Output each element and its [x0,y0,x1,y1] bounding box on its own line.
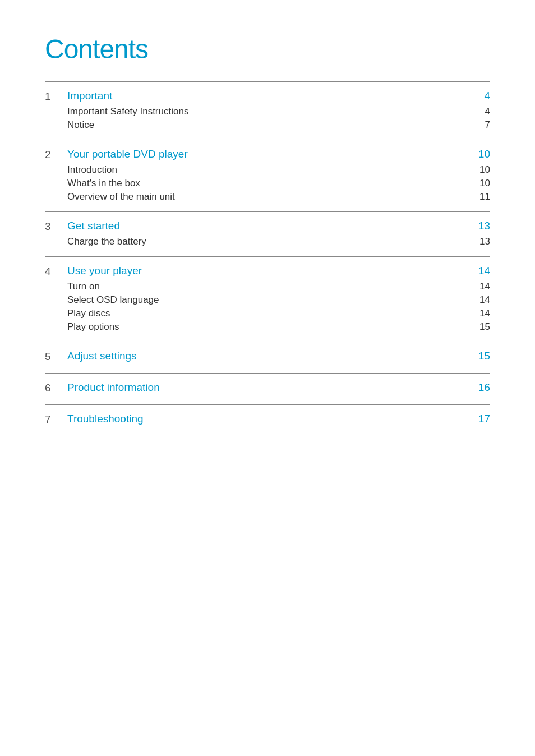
section-page-3: 13 [468,220,490,232]
section-page-6: 16 [468,381,490,394]
subsection-row-4-2: Play discs14 [45,307,490,320]
subsection-page-1-1: 7 [468,119,490,131]
section-number-4: 4 [45,265,67,278]
section-number-7: 7 [45,413,67,426]
toc-section-6: 6Product information16 [45,373,490,404]
subsection-row-4-0: Turn on14 [45,280,490,293]
subsection-row-3-0: Charge the battery13 [45,235,490,248]
subsection-title-2-0: Introduction [67,164,468,176]
section-page-2: 10 [468,148,490,160]
page-title: Contents [45,34,490,64]
section-title-7: Troubleshooting [67,413,468,425]
subsection-title-1-0: Important Safety Instructions [67,106,468,117]
toc-section-2: 2Your portable DVD player10Introduction1… [45,140,490,211]
subsection-page-4-2: 14 [468,308,490,319]
subsection-title-4-1: Select OSD language [67,294,468,306]
subsection-title-4-0: Turn on [67,281,468,292]
section-page-5: 15 [468,350,490,362]
subsection-page-4-3: 15 [468,321,490,333]
section-page-1: 4 [468,90,490,102]
subsection-title-4-3: Play options [67,321,468,333]
section-number-3: 3 [45,220,67,233]
toc-section-4: 4Use your player14Turn on14Select OSD la… [45,256,490,342]
subsection-title-1-1: Notice [67,119,468,131]
subsection-row-4-1: Select OSD language14 [45,293,490,307]
subsection-title-4-2: Play discs [67,308,468,319]
subsection-row-2-0: Introduction10 [45,163,490,177]
section-page-7: 17 [468,413,490,425]
subsection-title-3-0: Charge the battery [67,236,468,247]
subsection-page-2-0: 10 [468,164,490,176]
subsection-page-2-2: 11 [468,191,490,202]
subsection-row-2-2: Overview of the main unit11 [45,190,490,204]
toc-section-3: 3Get started13Charge the battery13 [45,211,490,256]
section-title-5: Adjust settings [67,350,468,362]
subsection-row-1-1: Notice7 [45,118,490,132]
section-number-1: 1 [45,90,67,103]
subsection-page-4-1: 14 [468,294,490,306]
section-number-6: 6 [45,381,67,394]
section-title-1: Important [67,90,468,102]
section-title-6: Product information [67,381,468,394]
section-title-2: Your portable DVD player [67,148,468,160]
section-title-4: Use your player [67,265,468,277]
section-number-2: 2 [45,148,67,161]
subsection-page-1-0: 4 [468,106,490,117]
subsection-row-2-1: What's in the box10 [45,177,490,190]
section-number-5: 5 [45,350,67,363]
toc-container: 1Important4Important Safety Instructions… [45,81,490,436]
section-title-3: Get started [67,220,468,232]
subsection-page-2-1: 10 [468,178,490,189]
subsection-page-3-0: 13 [468,236,490,247]
section-page-4: 14 [468,265,490,277]
toc-section-5: 5Adjust settings15 [45,342,490,373]
subsection-row-1-0: Important Safety Instructions4 [45,105,490,118]
subsection-title-2-1: What's in the box [67,178,468,189]
subsection-row-4-3: Play options15 [45,320,490,334]
subsection-page-4-0: 14 [468,281,490,292]
toc-section-1: 1Important4Important Safety Instructions… [45,81,490,140]
subsection-title-2-2: Overview of the main unit [67,191,468,202]
toc-section-7: 7Troubleshooting17 [45,404,490,436]
